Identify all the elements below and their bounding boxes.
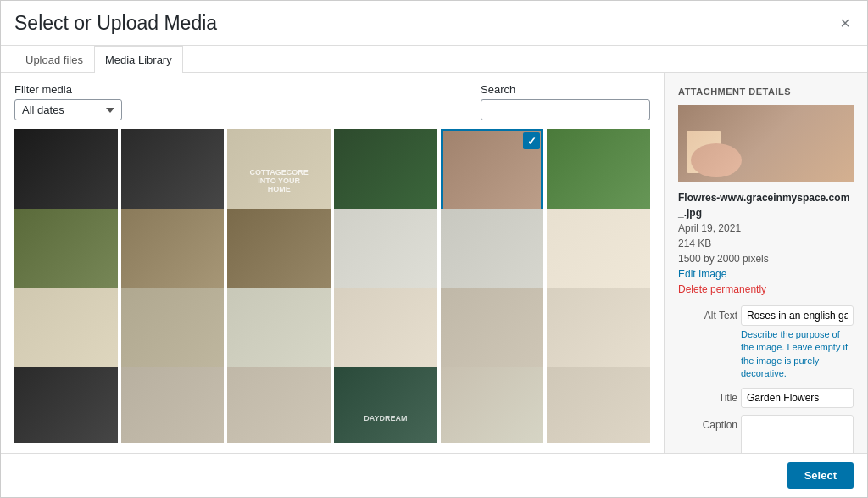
- alt-text-label: Alt Text: [678, 305, 737, 322]
- media-item[interactable]: [441, 367, 544, 444]
- title-field-row: Title: [678, 388, 854, 408]
- search-label: Search: [481, 83, 650, 96]
- selected-check: [523, 132, 540, 149]
- alt-text-description[interactable]: Describe the purpose of the image. Leave…: [741, 328, 854, 381]
- modal-header: Select or Upload Media ×: [1, 1, 867, 46]
- close-button[interactable]: ×: [837, 11, 854, 35]
- attachment-date: April 19, 2021: [678, 221, 854, 236]
- modal-body: Filter media All dates January 2024 Dece…: [1, 73, 867, 453]
- title-label: Title: [678, 388, 737, 404]
- media-item[interactable]: DAYDREAM: [334, 367, 437, 444]
- attachment-filename: Flowres-www.graceinmyspace.com_.jpg: [678, 190, 854, 221]
- edit-image-link[interactable]: Edit Image: [678, 266, 854, 282]
- modal-title: Select or Upload Media: [14, 12, 217, 35]
- media-item[interactable]: [547, 367, 650, 444]
- alt-text-input-group: Describe the purpose of the image. Leave…: [741, 305, 854, 381]
- attachment-details-title: ATTACHMENT DETAILS: [678, 87, 854, 97]
- modal-footer: Select: [1, 453, 867, 497]
- media-item[interactable]: [227, 367, 331, 444]
- filter-right: Search: [481, 83, 650, 120]
- search-input[interactable]: [481, 99, 650, 120]
- attachment-details-panel: ATTACHMENT DETAILS Flowres-www.graceinmy…: [664, 73, 867, 453]
- attachment-info: Flowres-www.graceinmyspace.com_.jpg Apri…: [678, 190, 854, 297]
- tab-media-library[interactable]: Media Library: [94, 46, 183, 73]
- alt-text-input[interactable]: [741, 305, 854, 326]
- caption-label: Caption: [678, 415, 737, 431]
- tabs-bar: Upload files Media Library: [1, 46, 867, 73]
- alt-text-field-row: Alt Text Describe the purpose of the ima…: [678, 305, 854, 381]
- delete-image-link[interactable]: Delete permanently: [678, 282, 854, 297]
- attachment-thumbnail: [678, 105, 854, 182]
- media-area: Filter media All dates January 2024 Dece…: [1, 73, 664, 453]
- filter-label: Filter media: [14, 83, 122, 96]
- attachment-dimensions: 1500 by 2000 pixels: [678, 251, 854, 266]
- date-filter-select[interactable]: All dates January 2024 December 2023: [14, 99, 122, 120]
- caption-field-row: Caption: [678, 415, 854, 453]
- tab-upload-files[interactable]: Upload files: [14, 46, 94, 73]
- media-modal: Select or Upload Media × Upload files Me…: [0, 0, 868, 498]
- media-grid: COTTAGECOREINTO YOUR HOME: [14, 129, 650, 443]
- select-button[interactable]: Select: [787, 462, 854, 489]
- media-item[interactable]: [14, 367, 118, 444]
- filter-left: Filter media All dates January 2024 Dece…: [14, 83, 122, 120]
- title-input[interactable]: [741, 388, 854, 408]
- filter-bar: Filter media All dates January 2024 Dece…: [14, 83, 650, 120]
- caption-textarea[interactable]: [741, 415, 854, 453]
- attachment-filesize: 214 KB: [678, 236, 854, 251]
- media-item[interactable]: [121, 367, 225, 444]
